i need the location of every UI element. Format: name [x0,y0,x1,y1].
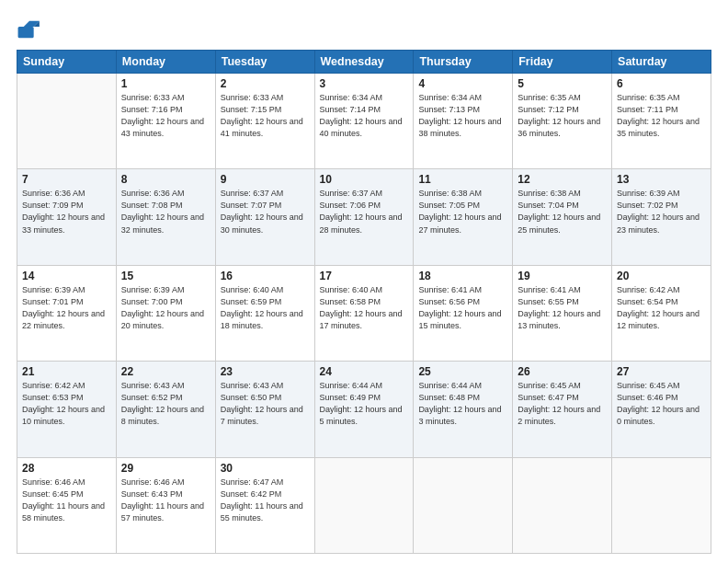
calendar-day-cell: 27Sunrise: 6:45 AMSunset: 6:46 PMDayligh… [612,362,711,457]
day-info: Sunrise: 6:35 AMSunset: 7:12 PMDaylight:… [518,92,607,140]
day-info: Sunrise: 6:43 AMSunset: 6:50 PMDaylight:… [221,380,310,428]
day-info: Sunrise: 6:46 AMSunset: 6:45 PMDaylight:… [22,477,111,524]
day-number: 24 [320,365,409,378]
day-number: 11 [418,173,507,186]
day-number: 16 [221,270,310,282]
calendar-day-cell: 16Sunrise: 6:40 AMSunset: 6:59 PMDayligh… [215,265,314,361]
calendar-day-cell [513,457,612,553]
day-number: 2 [221,77,310,90]
day-info: Sunrise: 6:37 AMSunset: 7:07 PMDaylight:… [221,188,310,236]
calendar-day-cell: 17Sunrise: 6:40 AMSunset: 6:58 PMDayligh… [314,265,414,361]
calendar-day-cell: 4Sunrise: 6:34 AMSunset: 7:13 PMDaylight… [414,74,513,169]
day-number: 26 [518,365,607,378]
day-number: 19 [518,270,607,282]
day-number: 25 [418,365,507,378]
calendar-day-cell [612,457,711,553]
calendar-day-cell: 14Sunrise: 6:39 AMSunset: 7:01 PMDayligh… [17,265,117,361]
day-number: 22 [121,365,210,378]
day-number: 21 [22,365,111,378]
calendar-day-cell: 24Sunrise: 6:44 AMSunset: 6:49 PMDayligh… [314,362,414,457]
calendar-day-cell: 10Sunrise: 6:37 AMSunset: 7:06 PMDayligh… [314,169,414,265]
day-info: Sunrise: 6:37 AMSunset: 7:06 PMDaylight:… [320,188,409,236]
logo [17,17,46,42]
day-number: 7 [22,173,111,186]
calendar-day-cell: 3Sunrise: 6:34 AMSunset: 7:14 PMDaylight… [314,74,414,169]
logo-icon [17,17,42,42]
day-number: 1 [121,77,210,90]
day-number: 4 [418,77,507,90]
calendar-week-row: 28Sunrise: 6:46 AMSunset: 6:45 PMDayligh… [17,457,711,553]
calendar-header-friday: Friday [513,51,612,74]
calendar-header-sunday: Sunday [17,51,117,74]
day-info: Sunrise: 6:39 AMSunset: 7:02 PMDaylight:… [617,188,706,236]
day-info: Sunrise: 6:34 AMSunset: 7:14 PMDaylight:… [320,92,409,140]
day-info: Sunrise: 6:33 AMSunset: 7:16 PMDaylight:… [121,92,210,140]
day-number: 9 [221,173,310,186]
calendar-week-row: 1Sunrise: 6:33 AMSunset: 7:16 PMDaylight… [17,74,711,169]
calendar-day-cell: 23Sunrise: 6:43 AMSunset: 6:50 PMDayligh… [215,362,314,457]
calendar-day-cell: 15Sunrise: 6:39 AMSunset: 7:00 PMDayligh… [116,265,215,361]
day-info: Sunrise: 6:45 AMSunset: 6:46 PMDaylight:… [617,380,706,428]
day-number: 30 [221,462,310,475]
calendar-day-cell: 5Sunrise: 6:35 AMSunset: 7:12 PMDaylight… [513,74,612,169]
calendar-day-cell: 29Sunrise: 6:46 AMSunset: 6:43 PMDayligh… [116,457,215,553]
calendar-day-cell: 12Sunrise: 6:38 AMSunset: 7:04 PMDayligh… [513,169,612,265]
calendar-day-cell: 26Sunrise: 6:45 AMSunset: 6:47 PMDayligh… [513,362,612,457]
day-number: 17 [320,270,409,282]
calendar-week-row: 21Sunrise: 6:42 AMSunset: 6:53 PMDayligh… [17,362,711,457]
day-number: 13 [617,173,706,186]
calendar-day-cell: 20Sunrise: 6:42 AMSunset: 6:54 PMDayligh… [612,265,711,361]
calendar-header-monday: Monday [116,51,215,74]
day-number: 27 [617,365,706,378]
calendar-header-wednesday: Wednesday [314,51,414,74]
day-info: Sunrise: 6:42 AMSunset: 6:53 PMDaylight:… [22,380,111,428]
day-number: 5 [518,77,607,90]
day-number: 3 [320,77,409,90]
svg-rect-0 [18,27,34,38]
day-info: Sunrise: 6:40 AMSunset: 6:58 PMDaylight:… [320,284,409,332]
day-info: Sunrise: 6:41 AMSunset: 6:56 PMDaylight:… [418,284,507,332]
day-number: 8 [121,173,210,186]
calendar-day-cell: 18Sunrise: 6:41 AMSunset: 6:56 PMDayligh… [414,265,513,361]
page: SundayMondayTuesdayWednesdayThursdayFrid… [0,0,728,563]
calendar-day-cell: 13Sunrise: 6:39 AMSunset: 7:02 PMDayligh… [612,169,711,265]
calendar-day-cell: 9Sunrise: 6:37 AMSunset: 7:07 PMDaylight… [215,169,314,265]
calendar-day-cell: 7Sunrise: 6:36 AMSunset: 7:09 PMDaylight… [17,169,117,265]
day-info: Sunrise: 6:33 AMSunset: 7:15 PMDaylight:… [221,92,310,140]
calendar-day-cell [314,457,414,553]
day-info: Sunrise: 6:38 AMSunset: 7:05 PMDaylight:… [418,188,507,236]
day-info: Sunrise: 6:34 AMSunset: 7:13 PMDaylight:… [418,92,507,140]
calendar-day-cell: 2Sunrise: 6:33 AMSunset: 7:15 PMDaylight… [215,74,314,169]
calendar-header-saturday: Saturday [612,51,711,74]
day-number: 29 [121,462,210,475]
day-info: Sunrise: 6:38 AMSunset: 7:04 PMDaylight:… [518,188,607,236]
calendar-day-cell: 21Sunrise: 6:42 AMSunset: 6:53 PMDayligh… [17,362,117,457]
calendar-day-cell [414,457,513,553]
header [17,17,711,42]
day-number: 15 [121,270,210,282]
day-info: Sunrise: 6:36 AMSunset: 7:08 PMDaylight:… [121,188,210,236]
day-number: 28 [22,462,111,475]
day-number: 10 [320,173,409,186]
day-number: 18 [418,270,507,282]
calendar-header-row: SundayMondayTuesdayWednesdayThursdayFrid… [17,51,711,74]
day-info: Sunrise: 6:42 AMSunset: 6:54 PMDaylight:… [617,284,706,332]
calendar-day-cell: 22Sunrise: 6:43 AMSunset: 6:52 PMDayligh… [116,362,215,457]
calendar-day-cell: 28Sunrise: 6:46 AMSunset: 6:45 PMDayligh… [17,457,117,553]
calendar-day-cell: 8Sunrise: 6:36 AMSunset: 7:08 PMDaylight… [116,169,215,265]
day-info: Sunrise: 6:44 AMSunset: 6:48 PMDaylight:… [418,380,507,428]
day-number: 23 [221,365,310,378]
day-info: Sunrise: 6:45 AMSunset: 6:47 PMDaylight:… [518,380,607,428]
day-info: Sunrise: 6:43 AMSunset: 6:52 PMDaylight:… [121,380,210,428]
calendar-day-cell: 19Sunrise: 6:41 AMSunset: 6:55 PMDayligh… [513,265,612,361]
day-info: Sunrise: 6:47 AMSunset: 6:42 PMDaylight:… [221,477,310,524]
calendar-header-thursday: Thursday [414,51,513,74]
calendar-day-cell: 30Sunrise: 6:47 AMSunset: 6:42 PMDayligh… [215,457,314,553]
day-info: Sunrise: 6:36 AMSunset: 7:09 PMDaylight:… [22,188,111,236]
day-info: Sunrise: 6:41 AMSunset: 6:55 PMDaylight:… [518,284,607,332]
day-number: 14 [22,270,111,282]
calendar-header-tuesday: Tuesday [215,51,314,74]
day-info: Sunrise: 6:46 AMSunset: 6:43 PMDaylight:… [121,477,210,524]
calendar-day-cell: 25Sunrise: 6:44 AMSunset: 6:48 PMDayligh… [414,362,513,457]
day-info: Sunrise: 6:35 AMSunset: 7:11 PMDaylight:… [617,92,706,140]
